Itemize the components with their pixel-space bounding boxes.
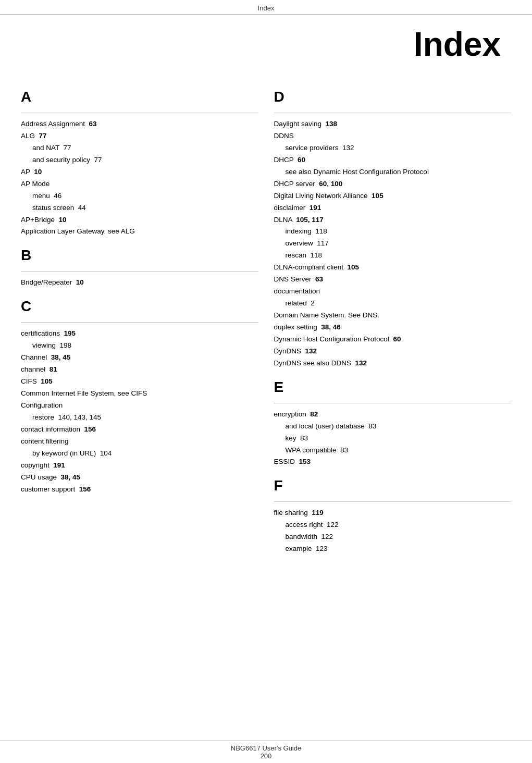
section-C: Ccertifications 195viewing 198Channel 38… bbox=[21, 298, 258, 495]
index-entry: overview 117 bbox=[274, 238, 512, 250]
index-entry: customer support 156 bbox=[21, 484, 258, 496]
index-entry: access right 122 bbox=[274, 519, 512, 531]
index-entry: rescan 118 bbox=[274, 250, 512, 262]
section-E: Eencryption 82and local (user) database … bbox=[274, 379, 512, 469]
index-entry: Bridge/Repeater 10 bbox=[21, 277, 258, 289]
letter-heading: C bbox=[21, 298, 258, 315]
section-A: AAddress Assignment 63ALG 77and NAT 77an… bbox=[21, 89, 258, 238]
section-B: BBridge/Repeater 10 bbox=[21, 247, 258, 289]
index-entry: indexing 118 bbox=[274, 226, 512, 238]
index-entry: Channel 38, 45 bbox=[21, 352, 258, 364]
index-entry: see also Dynamic Host Configuration Prot… bbox=[274, 166, 512, 178]
index-entry: ESSID 153 bbox=[274, 456, 512, 468]
index-entry: service providers 132 bbox=[274, 142, 512, 154]
letter-heading: D bbox=[274, 89, 512, 105]
index-entry: DHCP server 60, 100 bbox=[274, 178, 512, 190]
letter-heading: A bbox=[21, 89, 258, 105]
letter-heading: B bbox=[21, 247, 258, 264]
index-entry: CIFS 105 bbox=[21, 376, 258, 388]
index-entry: contact information 156 bbox=[21, 424, 258, 436]
header-title: Index bbox=[258, 4, 275, 12]
index-entry: DHCP 60 bbox=[274, 154, 512, 166]
index-entry: Application Layer Gateway, see ALG bbox=[21, 226, 258, 238]
index-entry: DDNS bbox=[274, 130, 512, 142]
index-entry: Address Assignment 63 bbox=[21, 118, 258, 130]
index-entry: CPU usage 38, 45 bbox=[21, 472, 258, 484]
index-entry: disclaimer 191 bbox=[274, 202, 512, 214]
section-D: DDaylight saving 138DDNSservice provider… bbox=[274, 89, 512, 370]
index-entry: WPA compatible 83 bbox=[274, 445, 512, 457]
section-F: Ffile sharing 119access right 122bandwid… bbox=[274, 477, 512, 555]
page-header: Index bbox=[0, 0, 532, 15]
index-entry: DLNA 105, 117 bbox=[274, 214, 512, 226]
index-entry: and local (user) database 83 bbox=[274, 421, 512, 433]
index-entry: related 2 bbox=[274, 298, 512, 310]
index-entry: DynDNS 132 bbox=[274, 346, 512, 358]
index-entry: encryption 82 bbox=[274, 409, 512, 421]
index-entry: certifications 195 bbox=[21, 328, 258, 340]
content-area: AAddress Assignment 63ALG 77and NAT 77an… bbox=[0, 79, 532, 560]
index-entry: channel 81 bbox=[21, 364, 258, 376]
index-entry: content filtering bbox=[21, 436, 258, 448]
index-entry: Dynamic Host Configuration Protocol 60 bbox=[274, 334, 512, 346]
index-entry: restore 140, 143, 145 bbox=[21, 412, 258, 424]
index-entry: Daylight saving 138 bbox=[274, 118, 512, 130]
index-entry: Configuration bbox=[21, 400, 258, 412]
index-entry: Common Internet File System, see CIFS bbox=[21, 388, 258, 400]
index-entry: by keyword (in URL) 104 bbox=[21, 448, 258, 460]
index-entry: key 83 bbox=[274, 433, 512, 445]
index-entry: menu 46 bbox=[21, 190, 258, 202]
page-footer: NBG6617 User's Guide 200 bbox=[0, 741, 532, 763]
left-column: AAddress Assignment 63ALG 77and NAT 77an… bbox=[21, 79, 258, 560]
index-entry: AP Mode bbox=[21, 178, 258, 190]
index-entry: Digital Living Network Alliance 105 bbox=[274, 190, 512, 202]
index-entry: DLNA-compliant client 105 bbox=[274, 262, 512, 274]
index-entry: copyright 191 bbox=[21, 460, 258, 472]
right-column: DDaylight saving 138DDNSservice provider… bbox=[274, 79, 512, 560]
index-entry: status screen 44 bbox=[21, 202, 258, 214]
index-entry: ALG 77 bbox=[21, 130, 258, 142]
footer-page: 200 bbox=[0, 752, 532, 760]
index-entry: duplex setting 38, 46 bbox=[274, 322, 512, 334]
footer-guide: NBG6617 User's Guide bbox=[0, 744, 532, 752]
index-entry: example 123 bbox=[274, 543, 512, 555]
index-entry: AP 10 bbox=[21, 166, 258, 178]
index-entry: DNS Server 63 bbox=[274, 274, 512, 286]
main-title: Index bbox=[0, 15, 532, 79]
index-entry: file sharing 119 bbox=[274, 507, 512, 519]
letter-heading: F bbox=[274, 477, 512, 494]
index-entry: bandwidth 122 bbox=[274, 531, 512, 543]
index-entry: Domain Name System. See DNS. bbox=[274, 310, 512, 322]
letter-heading: E bbox=[274, 379, 512, 396]
index-entry: and NAT 77 bbox=[21, 142, 258, 154]
index-entry: AP+Bridge 10 bbox=[21, 214, 258, 226]
index-entry: documentation bbox=[274, 286, 512, 298]
index-entry: DynDNS see also DDNS 132 bbox=[274, 358, 512, 370]
index-entry: viewing 198 bbox=[21, 340, 258, 352]
index-entry: and security policy 77 bbox=[21, 154, 258, 166]
